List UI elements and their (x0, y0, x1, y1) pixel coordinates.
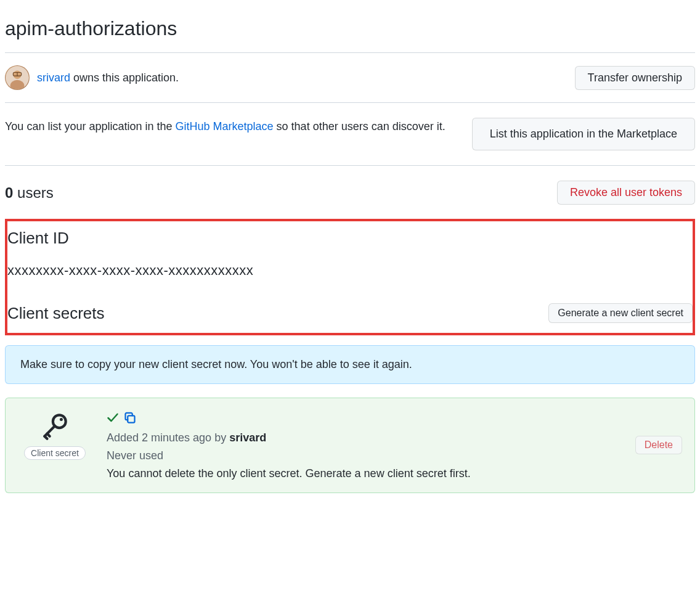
revoke-tokens-button[interactable]: Revoke all user tokens (557, 181, 695, 205)
avatar[interactable] (5, 65, 30, 90)
owner-section: srivard owns this application. Transfer … (5, 53, 695, 102)
secret-body: Added 2 minutes ago by srivard Never use… (107, 411, 682, 480)
owner-info: srivard owns this application. (5, 65, 179, 90)
secret-added-by-text: by (211, 431, 229, 444)
check-icon (107, 412, 119, 424)
highlighted-credentials-box: Client ID xxxxxxxx-xxxx-xxxx-xxxx-xxxxxx… (5, 219, 695, 335)
secret-added-by-user: srivard (229, 431, 266, 444)
svg-rect-7 (128, 415, 134, 422)
copy-icon[interactable] (124, 412, 136, 424)
client-secrets-row: Client secrets Generate a new client sec… (7, 303, 693, 323)
owner-text: srivard owns this application. (37, 72, 179, 84)
list-marketplace-button[interactable]: List this application in the Marketplace (472, 118, 695, 150)
generate-client-secret-button[interactable]: Generate a new client secret (548, 303, 693, 323)
marketplace-text-before: You can list your application in the (5, 120, 176, 133)
secret-added-prefix: Added (107, 431, 142, 444)
users-section: 0 users Revoke all user tokens (5, 166, 695, 219)
marketplace-text-after: so that other users can discover it. (274, 120, 446, 133)
secret-never-used: Never used (107, 447, 682, 465)
page-title: apim-authorizations (5, 17, 695, 40)
client-secrets-heading: Client secrets (7, 304, 105, 323)
owner-link[interactable]: srivard (37, 72, 70, 84)
marketplace-text: You can list your application in the Git… (5, 118, 460, 136)
marketplace-section: You can list your application in the Git… (5, 103, 695, 165)
secret-added-line: Added 2 minutes ago by srivard (107, 429, 682, 447)
secret-status-icons (107, 412, 682, 424)
client-id-heading: Client ID (7, 229, 693, 248)
secret-added-time: 2 minutes ago (142, 431, 211, 444)
users-count: 0 users (5, 184, 54, 202)
owner-owns-text: owns this application. (70, 72, 179, 84)
marketplace-link[interactable]: GitHub Marketplace (176, 120, 274, 133)
delete-secret-button[interactable]: Delete (635, 436, 682, 454)
copy-secret-alert: Make sure to copy your new client secret… (5, 345, 695, 384)
secret-cannot-delete: You cannot delete the only client secret… (107, 467, 682, 480)
transfer-ownership-button[interactable]: Transfer ownership (575, 66, 695, 90)
key-icon (39, 411, 70, 441)
client-secret-badge: Client secret (24, 446, 86, 460)
users-count-label: users (13, 184, 53, 201)
users-count-number: 0 (5, 184, 13, 201)
svg-point-6 (60, 418, 63, 421)
secret-left: Client secret (18, 411, 92, 460)
client-id-value: xxxxxxxx-xxxx-xxxx-xxxx-xxxxxxxxxxxx (7, 263, 693, 279)
client-secret-card: Client secret Added 2 minutes ago by sri… (5, 398, 695, 493)
